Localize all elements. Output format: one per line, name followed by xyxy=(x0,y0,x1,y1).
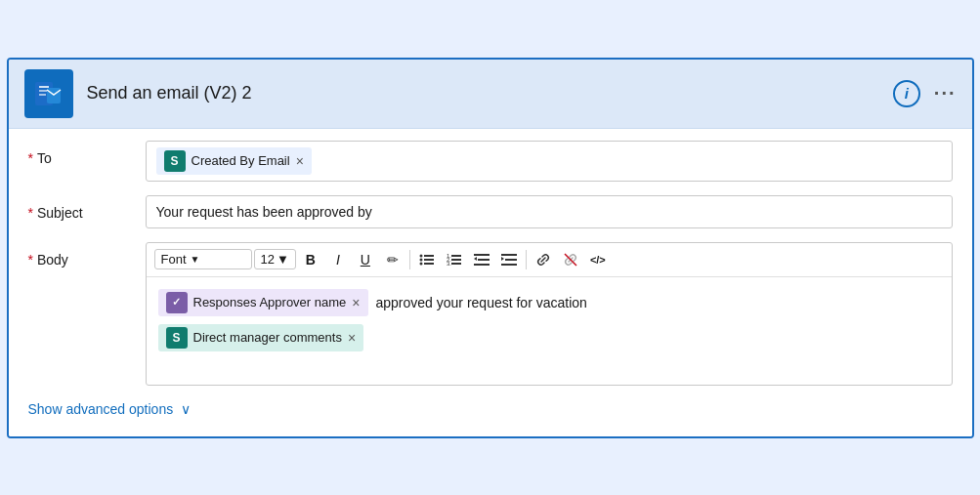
manager-comments-tag[interactable]: S Direct manager comments × xyxy=(158,324,364,351)
body-row: *Body Font ▼ 12 ▼ B I U ✏ xyxy=(28,242,953,386)
svg-rect-23 xyxy=(501,264,517,266)
size-arrow: ▼ xyxy=(277,252,289,267)
body-label: *Body xyxy=(28,242,146,268)
indent-in-button[interactable] xyxy=(496,247,522,272)
font-select[interactable]: Font ▼ xyxy=(154,249,252,269)
unlink-icon xyxy=(563,252,578,268)
svg-rect-10 xyxy=(424,263,434,265)
indent-out-button[interactable] xyxy=(469,247,494,272)
body-toolbar: Font ▼ 12 ▼ B I U ✏ 1. xyxy=(147,243,952,277)
advanced-label: Show advanced options xyxy=(28,401,174,417)
bullet-list-button[interactable] xyxy=(414,247,440,272)
svg-text:3.: 3. xyxy=(447,261,451,267)
svg-rect-6 xyxy=(424,255,434,257)
chevron-down-icon: ∨ xyxy=(181,401,191,417)
bullet-list-icon xyxy=(419,252,435,268)
body-text-1: approved your request for vacation xyxy=(376,295,587,310)
to-tag-label: Created By Email xyxy=(192,153,290,168)
to-tag-icon: S xyxy=(164,150,186,172)
body-field: Font ▼ 12 ▼ B I U ✏ 1. xyxy=(146,242,953,386)
to-required-star: * xyxy=(28,150,33,166)
body-line-1: ✓ Responses Approver name × approved you… xyxy=(158,289,940,316)
unlink-button[interactable] xyxy=(558,247,583,272)
to-label: *To xyxy=(28,141,146,166)
header-actions: i ··· xyxy=(893,80,957,107)
link-button[interactable] xyxy=(531,247,556,272)
code-button[interactable]: </> xyxy=(585,247,611,272)
svg-rect-18 xyxy=(478,259,490,261)
info-button[interactable]: i xyxy=(893,80,920,107)
approver-name-tag[interactable]: ✓ Responses Approver name × xyxy=(158,289,368,316)
italic-button[interactable]: I xyxy=(325,247,351,272)
svg-marker-20 xyxy=(474,257,477,261)
number-list-icon: 1.2.3. xyxy=(447,252,462,268)
card-header: Send an email (V2) 2 i ··· xyxy=(9,60,972,129)
font-arrow: ▼ xyxy=(191,254,200,265)
subject-label: *Subject xyxy=(28,195,146,221)
indent-in-icon xyxy=(501,252,517,268)
app-icon-box xyxy=(24,69,73,118)
svg-rect-8 xyxy=(424,259,434,261)
body-line-2: S Direct manager comments × xyxy=(158,324,940,351)
subject-required-star: * xyxy=(28,205,33,221)
approver-tag-close[interactable]: × xyxy=(352,295,360,310)
manager-tag-icon: S xyxy=(166,327,188,349)
indent-out-icon xyxy=(474,252,490,268)
to-row: *To S Created By Email × xyxy=(28,141,953,182)
underline-button[interactable]: U xyxy=(353,247,378,272)
svg-rect-4 xyxy=(47,88,61,103)
manager-tag-close[interactable]: × xyxy=(348,330,356,346)
card-body: *To S Created By Email × *Subject *Body xyxy=(9,129,972,436)
to-tag-close[interactable]: × xyxy=(296,153,304,169)
outlook-icon xyxy=(33,78,64,109)
svg-point-9 xyxy=(419,262,422,265)
approver-tag-icon: ✓ xyxy=(166,292,188,313)
manager-tag-label: Direct manager comments xyxy=(193,330,342,345)
more-button[interactable]: ··· xyxy=(934,82,957,104)
card-title: Send an email (V2) 2 xyxy=(87,83,893,103)
body-content-area[interactable]: ✓ Responses Approver name × approved you… xyxy=(147,277,952,385)
toolbar-sep-1 xyxy=(409,250,410,269)
svg-point-7 xyxy=(419,258,422,261)
toolbar-sep-2 xyxy=(526,250,527,269)
subject-row: *Subject xyxy=(28,195,953,228)
svg-rect-16 xyxy=(451,263,461,265)
email-action-card: Send an email (V2) 2 i ··· *To S Created… xyxy=(7,58,974,438)
svg-rect-3 xyxy=(39,94,46,96)
svg-point-5 xyxy=(419,254,422,257)
approver-tag-label: Responses Approver name xyxy=(193,295,347,309)
to-tag[interactable]: S Created By Email × xyxy=(156,147,312,175)
highlight-button[interactable]: ✏ xyxy=(380,247,405,272)
body-required-star: * xyxy=(28,252,33,268)
svg-rect-21 xyxy=(501,254,517,256)
link-icon xyxy=(535,252,551,268)
svg-rect-19 xyxy=(474,264,490,266)
font-size-select[interactable]: 12 ▼ xyxy=(254,249,296,269)
number-list-button[interactable]: 1.2.3. xyxy=(442,247,467,272)
svg-rect-1 xyxy=(39,86,49,88)
advanced-options-row[interactable]: Show advanced options ∨ xyxy=(28,401,953,417)
size-label: 12 xyxy=(261,252,275,267)
subject-input[interactable] xyxy=(146,195,953,228)
to-field[interactable]: S Created By Email × xyxy=(146,141,953,182)
svg-rect-17 xyxy=(474,254,490,256)
svg-marker-24 xyxy=(501,257,504,261)
svg-rect-22 xyxy=(505,259,517,261)
svg-rect-12 xyxy=(451,255,461,257)
svg-rect-14 xyxy=(451,259,461,261)
font-label: Font xyxy=(161,252,187,267)
bold-button[interactable]: B xyxy=(298,247,323,272)
